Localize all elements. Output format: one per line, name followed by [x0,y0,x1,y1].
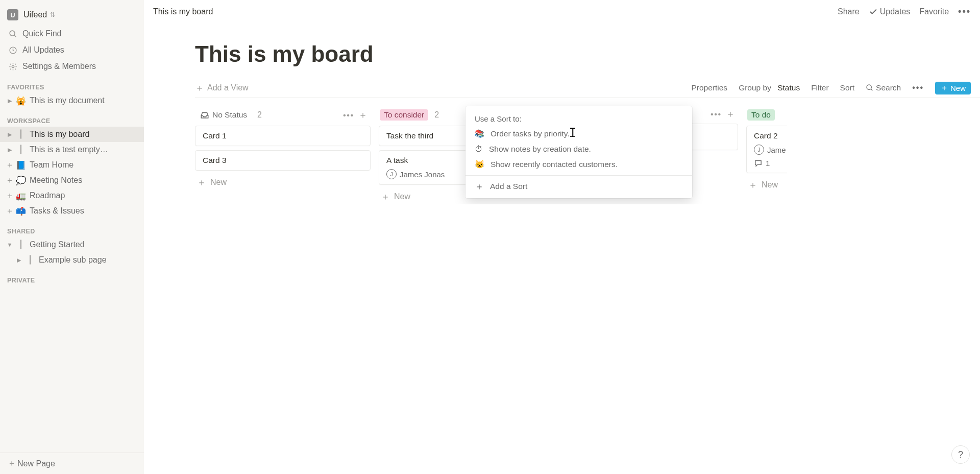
breadcrumb[interactable]: This is my board [153,7,213,16]
status-tag[interactable]: To do [747,109,775,121]
search-button[interactable]: Search [866,83,901,92]
gear-icon [7,62,18,71]
card[interactable]: Card 3 [195,150,371,171]
chevron-down-icon[interactable]: ▼ [5,242,14,248]
card-title: Card 2 [754,131,787,140]
plus-icon[interactable]: ＋ [5,175,14,186]
plus-icon[interactable]: ＋ [724,109,737,118]
sort-example-date[interactable]: ⏱ Show notes by creation date. [465,141,692,157]
popup-item-label: Order tasks by priority. [491,129,570,138]
inbox-icon [200,111,209,119]
sidebar-item-board[interactable]: ▶ This is my board [0,127,144,142]
card[interactable]: Card 1 [195,126,371,146]
workspace-switcher[interactable]: U Uifeed ⇅ [0,6,144,26]
add-sort-button[interactable]: ＋ Add a Sort [465,179,692,194]
add-view-label: Add a View [207,83,249,92]
help-button[interactable]: ? [951,445,970,464]
group-by-button[interactable]: Group by Status [739,83,800,92]
filter-button[interactable]: Filter [811,83,828,92]
status-name: To consider [384,110,424,120]
status-name: No Status [212,110,247,120]
svg-line-5 [871,89,872,90]
share-button[interactable]: Share [838,7,860,16]
topbar: This is my board Share Updates Favorite … [144,0,980,21]
plus-icon[interactable]: ＋ [356,110,370,120]
sort-button[interactable]: Sort [840,83,854,92]
chevron-right-icon[interactable]: ▶ [5,98,14,104]
plus-icon: ＋ [748,180,757,189]
sidebar-item-team-home[interactable]: ＋ 📘 Team Home [0,157,144,173]
new-label: New [210,178,227,187]
more-icon[interactable]: ••• [341,111,356,120]
chevron-right-icon[interactable]: ▶ [5,131,14,138]
more-icon[interactable]: ••• [708,110,724,118]
chevron-right-icon[interactable]: ▶ [14,257,23,264]
avatar-icon: J [754,145,764,155]
sidebar-item-label: This is my document [30,96,105,105]
sort-example-customers[interactable]: 😺 Show recently contacted customers. [465,157,692,172]
sidebar-item-tasks-issues[interactable]: ＋ 📫 Tasks & Issues [0,203,144,219]
svg-point-0 [10,31,15,36]
clock-icon [7,46,18,55]
sidebar-item-fav-0[interactable]: ▶ 🙀 This is my document [0,93,144,108]
new-page-button[interactable]: ＋ New Page [0,453,144,474]
chevron-right-icon[interactable]: ▶ [5,147,14,153]
more-icon[interactable]: ••• [958,6,971,17]
sort-example-priority[interactable]: 📚 Order tasks by priority. [465,126,692,141]
favorite-button[interactable]: Favorite [919,7,949,16]
avatar-icon: J [386,169,397,179]
sidebar-item-label: Tasks & Issues [30,206,84,216]
sidebar-item-label: This is my board [30,130,89,139]
status-tag[interactable]: No Status [196,109,251,121]
plus-icon: ＋ [475,182,484,191]
column-new-button[interactable]: ＋ New [195,175,371,190]
board: No Status 2 ••• ＋ Card 1 Card 3 ＋ New [195,98,980,204]
group-by-label: Group by [739,83,771,92]
section-favorites: FAVORITES [0,75,144,93]
section-shared: SHARED [0,219,144,237]
sidebar-item-label: This is a test empty… [30,145,108,154]
main-area: This is my board Share Updates Favorite … [144,0,980,474]
status-tag[interactable]: To consider [380,109,428,121]
search-label: Search [876,83,901,92]
new-button[interactable]: ＋ New [935,82,971,94]
column-new-button[interactable]: ＋ New [746,177,787,193]
plus-icon[interactable]: ＋ [5,160,14,171]
sidebar-item-roadmap[interactable]: ＋ 🚛 Roadmap [0,188,144,203]
properties-button[interactable]: Properties [691,83,727,92]
status-name: To do [751,110,771,120]
sidebar-item-meeting-notes[interactable]: ＋ 💭 Meeting Notes [0,173,144,188]
plus-icon: ＋ [197,178,206,187]
chevron-updown-icon: ⇅ [50,11,55,18]
card-comments: 1 [754,159,787,168]
page-emoji-icon: 🚛 [15,191,27,201]
column-count: 2 [257,110,262,120]
page-title[interactable]: This is my board [195,41,980,67]
new-page-label: New Page [17,459,55,468]
updates-button[interactable]: Updates [869,7,911,16]
sidebar-item-getting-started[interactable]: ▼ Getting Started [0,237,144,252]
page-icon [15,145,27,154]
more-icon[interactable]: ••• [912,83,924,92]
column-count: 2 [434,110,439,120]
sidebar-item-test-empty[interactable]: ▶ This is a test empty… [0,142,144,157]
all-updates[interactable]: All Updates [0,42,144,58]
sidebar-item-example-sub[interactable]: ▶ Example sub page [0,252,144,268]
svg-line-1 [14,35,16,37]
card-title: Card 1 [203,131,363,140]
view-toolbar: ＋ Add a View Properties Group by Status … [195,81,980,98]
plus-icon[interactable]: ＋ [5,191,14,201]
card[interactable]: Card 2 J Jame 1 [746,126,787,173]
add-sort-label: Add a Sort [490,182,527,191]
sidebar-item-label: Team Home [30,160,74,170]
check-icon [869,7,878,16]
assignee-name: James Jonas [400,170,445,179]
add-view-button[interactable]: ＋ Add a View [195,81,249,94]
card-title: Card 3 [203,156,363,165]
plus-icon[interactable]: ＋ [5,206,14,217]
comment-icon [754,159,763,168]
card-assignee: J Jame [754,145,787,155]
all-updates-label: All Updates [22,45,64,55]
quick-find[interactable]: Quick Find [0,26,144,42]
settings-members[interactable]: Settings & Members [0,58,144,75]
